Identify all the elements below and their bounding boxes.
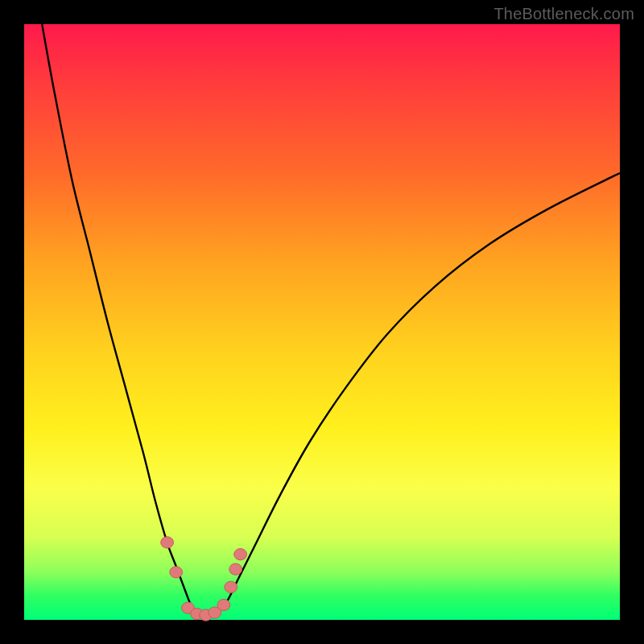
bottleneck-curve [24, 24, 620, 620]
watermark-label: TheBottleneck.com [493, 5, 634, 23]
chart-frame: TheBottleneck.com [0, 0, 644, 644]
data-marker [229, 564, 242, 575]
data-marker [217, 599, 230, 610]
data-marker [225, 581, 237, 592]
data-marker [234, 548, 247, 559]
data-marker [170, 567, 183, 578]
curve-left-branch [42, 24, 208, 615]
data-marker [161, 537, 174, 548]
curve-right-branch [208, 173, 620, 615]
